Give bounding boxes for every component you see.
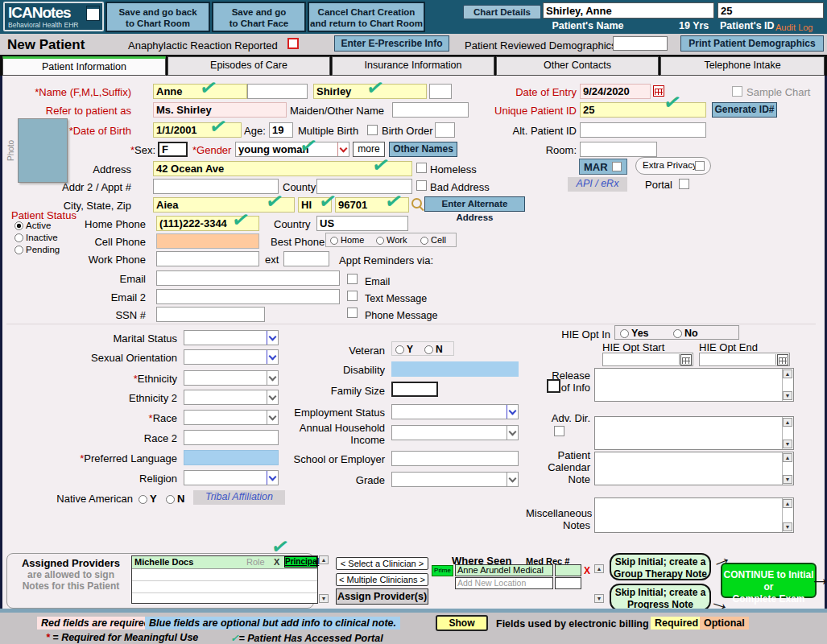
mar-checkbox[interactable] — [612, 162, 622, 171]
scroll-down-icon[interactable]: ▼ — [783, 440, 792, 448]
adv-dir-textarea[interactable]: ▲ ▼ — [594, 416, 794, 450]
provider-row[interactable]: Michelle Docs Role X Principal — [132, 556, 317, 569]
miscellaneous-notes-textarea[interactable]: ▲ ▼ — [594, 497, 794, 533]
show-button[interactable]: Show — [436, 615, 488, 631]
other-names-button[interactable]: Other Names — [389, 142, 457, 157]
med-rec-cell-empty[interactable] — [555, 577, 581, 589]
release-checkbox[interactable] — [547, 379, 560, 393]
chevron-down-icon[interactable] — [507, 426, 518, 440]
eprescribe-button[interactable]: Enter E-Prescribe Info — [334, 35, 449, 52]
hie-no-radio[interactable]: No — [673, 328, 698, 339]
unique-id-input[interactable] — [580, 102, 706, 118]
provider-row-empty[interactable] — [132, 593, 317, 603]
email2-input[interactable] — [156, 289, 340, 304]
scroll-up-icon[interactable]: ▲ — [783, 369, 792, 378]
alternate-address-button[interactable]: Enter Alternate Address — [424, 196, 525, 212]
scroll-up-icon[interactable]: ▲ — [319, 555, 329, 564]
api-erx-link[interactable]: API / eRx — [568, 177, 627, 192]
portal-checkbox[interactable] — [679, 179, 689, 189]
provider-row-empty[interactable] — [132, 569, 317, 581]
extra-privacy-checkbox[interactable] — [695, 161, 705, 171]
family-size-input[interactable] — [391, 382, 438, 397]
work-phone-input[interactable] — [156, 251, 259, 266]
chart-details-button[interactable]: Chart Details — [463, 5, 541, 19]
grade-dropdown[interactable] — [391, 472, 519, 487]
sample-chart-checkbox[interactable] — [732, 86, 742, 97]
maiden-name-input[interactable] — [392, 102, 469, 118]
tab-insurance-information[interactable]: Insurance Information — [332, 56, 494, 76]
hie-yes-radio[interactable]: Yes — [620, 328, 649, 339]
native-radio-n[interactable]: N — [166, 493, 184, 505]
native-radio-y[interactable]: Y — [139, 493, 157, 505]
best-phone-work[interactable]: Work — [376, 235, 407, 245]
continue-exam-button[interactable]: CONTINUE to Initial or Complete Exam — [721, 563, 817, 598]
ext-input[interactable] — [283, 251, 329, 266]
room-input[interactable] — [580, 142, 657, 157]
chevron-down-icon[interactable] — [507, 405, 518, 419]
tab-patient-information[interactable]: Patient Information — [2, 56, 166, 76]
reviewed-demographics-field[interactable] — [613, 36, 668, 51]
group-therapy-note-button[interactable]: Skip Initial; create a Group Therapy Not… — [610, 553, 711, 580]
save-back-button[interactable]: Save and go back to Chart Room — [105, 2, 210, 32]
email-input[interactable] — [156, 270, 340, 286]
search-icon[interactable] — [411, 198, 422, 208]
best-phone-home[interactable]: Home — [330, 235, 364, 245]
tab-other-contacts[interactable]: Other Contacts — [496, 56, 659, 76]
chevron-down-icon[interactable] — [507, 473, 518, 486]
generate-id-button[interactable]: Generate ID# — [712, 102, 777, 118]
principal-button[interactable]: Principal — [284, 556, 317, 568]
multiple-birth-checkbox[interactable] — [367, 125, 378, 135]
scroll-up-icon[interactable]: ▲ — [594, 564, 604, 573]
print-demographics-button[interactable]: Print Patient Demographics — [680, 35, 824, 52]
birth-order-input[interactable] — [435, 122, 455, 138]
bad-address-checkbox[interactable] — [416, 180, 427, 191]
addr2-input[interactable] — [153, 179, 279, 194]
add-location-cell[interactable]: Add New Location — [455, 577, 553, 589]
scroll-up-icon[interactable]: ▲ — [783, 453, 792, 462]
veteran-radio-n[interactable]: N — [424, 344, 443, 355]
scroll-up-icon[interactable]: ▲ — [783, 418, 792, 427]
adv-dir-checkbox[interactable] — [554, 426, 564, 436]
save-chart-face-button[interactable]: Save and go to Chart Face — [212, 2, 306, 32]
calendar-icon-hie-start[interactable] — [680, 354, 692, 365]
scroll-down-icon[interactable]: ▼ — [783, 391, 792, 400]
school-input[interactable] — [391, 451, 519, 466]
scroll-up-icon[interactable]: ▲ — [783, 499, 792, 508]
where-seen-location-cell[interactable]: Anne Arundel Medical — [455, 564, 553, 576]
select-clinician-button[interactable]: < Select a Clinician > — [336, 557, 428, 570]
date-of-entry-input[interactable] — [580, 84, 651, 99]
middle-name-input[interactable] — [247, 84, 308, 99]
anaphylactic-checkbox[interactable] — [287, 38, 299, 49]
hie-start-input[interactable] — [602, 353, 693, 366]
homeless-checkbox[interactable] — [416, 163, 427, 173]
employment-dropdown[interactable] — [391, 404, 519, 419]
cell-phone-input[interactable] — [156, 233, 259, 249]
gender-dropdown[interactable]: young woman — [235, 142, 349, 157]
alt-id-input[interactable] — [580, 122, 706, 138]
audit-log-link[interactable]: Audit Log — [775, 23, 813, 32]
provider-row-empty[interactable] — [132, 581, 317, 593]
progress-note-button[interactable]: Skip Initial; create a Progress Note — [610, 584, 711, 611]
patient-id-field[interactable] — [717, 2, 824, 19]
assign-providers-button[interactable]: Assign Provider(s) — [336, 588, 428, 605]
scroll-down-icon[interactable]: ▼ — [783, 522, 792, 531]
patient-name-field[interactable] — [543, 2, 714, 19]
age-input[interactable] — [269, 122, 293, 138]
suffix-input[interactable] — [429, 84, 452, 99]
patient-calendar-note-textarea[interactable]: ▲ ▼ — [594, 452, 794, 485]
tab-telephone-intake[interactable]: Telephone Intake — [660, 56, 825, 76]
best-phone-cell[interactable]: Cell — [420, 235, 446, 245]
country-input[interactable] — [316, 216, 408, 231]
remove-location-icon[interactable]: X — [584, 565, 590, 576]
reminder-text-checkbox[interactable] — [347, 291, 358, 301]
calendar-icon-date-entry[interactable] — [653, 85, 664, 97]
disability-input[interactable] — [391, 361, 519, 377]
hie-end-input[interactable] — [699, 353, 790, 366]
mar-button[interactable]: MAR — [579, 159, 627, 175]
med-rec-cell[interactable] — [555, 564, 581, 576]
scroll-down-icon[interactable]: ▼ — [783, 475, 792, 484]
scroll-down-icon[interactable]: ▼ — [319, 594, 329, 603]
reminder-email-checkbox[interactable] — [347, 274, 358, 284]
scroll-down-icon[interactable]: ▼ — [594, 594, 604, 603]
calendar-icon-hie-end[interactable] — [777, 354, 788, 365]
